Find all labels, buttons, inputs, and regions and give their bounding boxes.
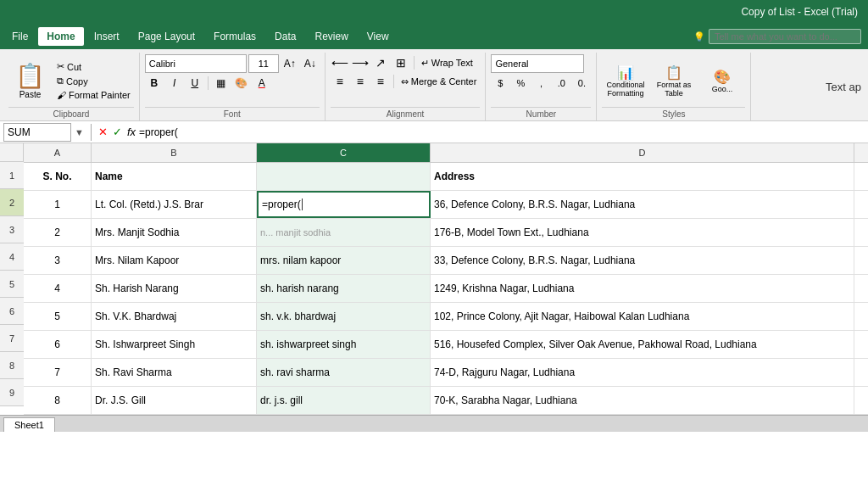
- cell-2-c[interactable]: =proper(: [257, 191, 431, 218]
- insert-function-button[interactable]: fx: [127, 126, 136, 138]
- border-button[interactable]: ▦: [212, 75, 231, 92]
- cell-4-d[interactable]: 33, Defence Colony, B.R.S. Nagar, Ludhia…: [431, 247, 854, 274]
- align-right-button[interactable]: ≡: [371, 73, 390, 90]
- menu-review[interactable]: Review: [306, 27, 356, 46]
- cell-7-b[interactable]: Sh. Ishwarpreet Singh: [92, 331, 257, 358]
- menu-formulas[interactable]: Formulas: [205, 27, 264, 46]
- cell-styles-button[interactable]: 🎨 Goo...: [698, 67, 745, 95]
- wrap-text-button[interactable]: ↵ Wrap Text: [418, 57, 476, 70]
- cell-7-a[interactable]: 6: [24, 331, 92, 358]
- conditional-formatting-button[interactable]: 📊 ConditionalFormatting: [602, 63, 648, 99]
- cell-3-d[interactable]: 176-B, Model Town Ext., Ludhiana: [431, 219, 854, 246]
- cell-6-d[interactable]: 102, Prince Colony, Ajit Nagar, Haibowal…: [431, 303, 854, 330]
- cell-6-b[interactable]: Sh. V.K. Bhardwaj: [92, 303, 257, 330]
- cell-5-a[interactable]: 4: [24, 275, 92, 302]
- cell-8-b[interactable]: Sh. Ravi Sharma: [92, 359, 257, 386]
- cell-9-d[interactable]: 70-K, Sarabha Nagar, Ludhiana: [431, 387, 854, 414]
- formula-icons: ✕ ✓ fx: [98, 126, 136, 138]
- cell-2-d[interactable]: 36, Defence Colony, B.R.S. Nagar, Ludhia…: [431, 191, 854, 218]
- row-header-7: 7: [0, 325, 24, 352]
- table-icon: 📋: [665, 64, 682, 81]
- confirm-formula-button[interactable]: ✓: [113, 126, 122, 138]
- cell-4-a[interactable]: 3: [24, 247, 92, 274]
- comma-button[interactable]: ,: [531, 75, 550, 92]
- format-painter-button[interactable]: 🖌 Format Painter: [53, 89, 134, 101]
- cell-1-a[interactable]: S. No.: [24, 163, 92, 190]
- increase-decimal-button[interactable]: .0: [552, 75, 570, 92]
- cell-8-a[interactable]: 7: [24, 359, 92, 386]
- format-as-table-button[interactable]: 📋 Format asTable: [650, 63, 697, 99]
- menu-page-layout[interactable]: Page Layout: [130, 27, 203, 46]
- sheet-tab-1[interactable]: Sheet1: [3, 417, 55, 432]
- copy-button[interactable]: ⧉ Copy: [53, 75, 134, 87]
- font-label: Font: [145, 107, 320, 119]
- indent-increase-button[interactable]: ⟶: [351, 54, 370, 71]
- cell-1-b[interactable]: Name: [92, 163, 257, 190]
- cell-9-c[interactable]: dr. j.s. gill: [257, 387, 431, 414]
- cell-3-c[interactable]: n... manjit sodhia PROPER(text): [257, 219, 431, 246]
- cell-2-a[interactable]: 1: [24, 191, 92, 218]
- currency-button[interactable]: $: [491, 75, 509, 92]
- cell-6-c[interactable]: sh. v.k. bhardwaj: [257, 303, 431, 330]
- cell-8-c[interactable]: sh. ravi sharma: [257, 359, 431, 386]
- col-header-c[interactable]: C: [257, 143, 431, 162]
- col-header-d[interactable]: D: [431, 143, 854, 162]
- cell-5-c[interactable]: sh. harish narang: [257, 275, 431, 302]
- misc-button[interactable]: ⊞: [392, 54, 410, 71]
- cell-1-c[interactable]: [257, 163, 431, 190]
- dropdown-arrow-icon[interactable]: ▼: [75, 127, 84, 137]
- cell-5-d[interactable]: 1249, Krishna Nagar, Ludhiana: [431, 275, 854, 302]
- alignment-controls: ⟵ ⟶ ↗ ⊞ ↵ Wrap Text ≡ ≡ ≡ ⇔: [331, 54, 481, 107]
- fill-color-button[interactable]: 🎨: [232, 75, 251, 92]
- font-divider: [208, 76, 209, 90]
- indent-decrease-button[interactable]: ⟵: [331, 54, 349, 71]
- cell-1-d[interactable]: Address: [431, 163, 854, 190]
- cell-9-a[interactable]: 8: [24, 387, 92, 414]
- align-center-button[interactable]: ≡: [351, 73, 370, 90]
- font-name-box[interactable]: Calibri: [145, 54, 247, 73]
- clipboard-label: Clipboard: [8, 107, 134, 119]
- increase-font-button[interactable]: A↑: [281, 55, 299, 72]
- percent-button[interactable]: %: [511, 75, 530, 92]
- number-format-box[interactable]: General: [491, 54, 584, 73]
- menu-insert[interactable]: Insert: [86, 27, 128, 46]
- cell-4-c[interactable]: mrs. nilam kapoor: [257, 247, 431, 274]
- cell-5-b[interactable]: Sh. Harish Narang: [92, 275, 257, 302]
- decrease-decimal-button[interactable]: 0.: [572, 75, 591, 92]
- decrease-font-button[interactable]: A↓: [301, 55, 320, 72]
- font-color-button[interactable]: A: [253, 75, 271, 92]
- menu-view[interactable]: View: [359, 27, 398, 46]
- cell-2-b[interactable]: Lt. Col. (Retd.) J.S. Brar: [92, 191, 257, 218]
- paste-button[interactable]: 📋 Paste: [8, 59, 52, 103]
- bold-button[interactable]: B: [145, 75, 164, 92]
- table-row: 6 Sh. Ishwarpreet Singh sh. ishwarpreet …: [24, 331, 868, 359]
- col-header-b[interactable]: B: [92, 143, 257, 162]
- underline-button[interactable]: U: [186, 75, 204, 92]
- menu-data[interactable]: Data: [266, 27, 304, 46]
- menu-home[interactable]: Home: [38, 27, 83, 46]
- italic-button[interactable]: I: [165, 75, 184, 92]
- tell-me-input[interactable]: [709, 29, 861, 44]
- row-header-column: 1 2 3 4 5 6 7 8 9: [0, 143, 24, 415]
- cancel-formula-button[interactable]: ✕: [98, 126, 108, 138]
- cell-6-a[interactable]: 5: [24, 303, 92, 330]
- align-divider2: [393, 75, 394, 88]
- angle-button[interactable]: ↗: [371, 54, 390, 71]
- cell-4-b[interactable]: Mrs. Nilam Kapoor: [92, 247, 257, 274]
- cell-9-b[interactable]: Dr. J.S. Gill: [92, 387, 257, 414]
- merge-center-button[interactable]: ⇔ Merge & Center: [398, 75, 481, 88]
- clipboard-top: 📋 Paste ✂ Cut ⧉ Copy 🖌 Format Painter: [8, 54, 134, 107]
- menu-file[interactable]: File: [3, 27, 36, 46]
- formula-input[interactable]: =proper(: [139, 126, 865, 138]
- alignment-label: Alignment: [331, 107, 481, 119]
- cut-button[interactable]: ✂ Cut: [53, 60, 134, 73]
- col-header-a[interactable]: A: [24, 143, 92, 162]
- cell-7-c[interactable]: sh. ishwarpreet singh: [257, 331, 431, 358]
- name-box[interactable]: SUM: [3, 123, 71, 142]
- align-left-button[interactable]: ≡: [331, 73, 349, 90]
- cell-3-b[interactable]: Mrs. Manjit Sodhia: [92, 219, 257, 246]
- cell-8-d[interactable]: 74-D, Rajguru Nagar, Ludhiana: [431, 359, 854, 386]
- cell-7-d[interactable]: 516, Housefed Complex, Silver Oak Avenue…: [431, 331, 854, 358]
- cell-3-a[interactable]: 2: [24, 219, 92, 246]
- font-size-box[interactable]: 11: [248, 54, 279, 73]
